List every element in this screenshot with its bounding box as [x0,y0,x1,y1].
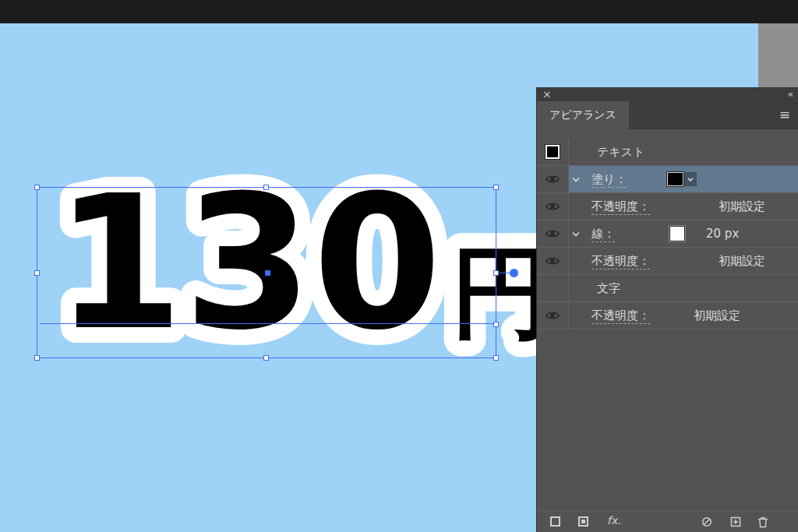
appearance-row-stroke-opacity[interactable]: 不透明度： 初期設定 [537,248,798,275]
selection-handle-bottom-middle[interactable] [263,355,269,361]
chevron-down-icon [687,178,694,181]
stroke-color-swatch[interactable] [669,226,685,241]
panel-menu-icon[interactable]: ≡ [779,107,790,122]
appearance-row-fill[interactable]: 塗り： [537,166,798,193]
appearance-row-text-object[interactable]: テキスト [537,139,798,166]
selection-handle-top-middle[interactable] [263,185,269,190]
stroke-label[interactable]: 線： [591,227,615,242]
stroke-weight-value: 20 px [706,227,739,241]
opacity-value: 初期設定 [719,254,765,269]
opacity-label[interactable]: 不透明度： [591,199,650,215]
tab-appearance[interactable]: アピアランス [537,101,629,129]
selection-handle-baseline-right[interactable] [493,322,499,327]
visibility-cell [537,193,569,220]
visibility-cell [537,248,569,274]
selection-center-anchor[interactable] [265,270,270,276]
fill-color-swatch[interactable] [667,172,683,186]
selection-handle-left-middle[interactable] [34,270,40,276]
eye-icon[interactable] [546,202,560,211]
chevron-down-icon[interactable] [572,177,580,182]
eye-icon[interactable] [546,229,560,238]
selection-handle-bottom-left[interactable] [34,355,40,361]
close-icon[interactable]: × [542,89,552,100]
clear-appearance-icon[interactable] [701,516,712,527]
opacity-value: 初期設定 [719,199,765,214]
selection-handle-right-middle[interactable] [493,270,499,276]
visibility-cell [537,302,569,329]
text-object-thumbnail [546,145,560,159]
delete-item-icon[interactable] [757,516,768,528]
fill-color-control[interactable] [667,172,697,186]
appearance-panel: × « アピアランス ≡ テキスト 塗り： [536,87,798,532]
panel-tab-bar: アピアランス ≡ [537,101,798,129]
fill-label[interactable]: 塗り： [591,172,627,188]
opacity-value: 初期設定 [694,308,740,323]
duplicate-item-icon[interactable] [730,516,741,527]
appearance-row-fill-opacity[interactable]: 不透明度： 初期設定 [537,193,798,220]
pasteboard-area [758,23,798,87]
chevron-down-icon[interactable] [572,231,580,237]
panel-footer: fx. [537,510,798,532]
visibility-cell [537,166,569,192]
visibility-cell [537,275,569,301]
selection-handle-bottom-right[interactable] [493,355,499,361]
thumbnail-cell [537,139,569,165]
panel-header: × « [537,87,798,101]
appearance-row-object-opacity[interactable]: 不透明度： 初期設定 [537,302,798,329]
appearance-row-characters[interactable]: 文字 [537,275,798,302]
menu-bar [0,0,798,23]
text-baseline-path [40,323,496,324]
eye-icon[interactable] [546,256,560,266]
text-out-port[interactable] [510,269,518,277]
appearance-rows: テキスト 塗り： [537,139,798,329]
add-new-fill-icon[interactable] [578,516,588,527]
visibility-cell [537,220,569,247]
add-new-stroke-icon[interactable] [550,516,560,527]
collapse-panel-icon[interactable]: « [788,90,793,99]
selection-handle-top-right[interactable] [493,185,499,190]
eye-icon[interactable] [546,311,560,320]
opacity-label[interactable]: 不透明度： [591,308,650,324]
fill-swatch-dropdown[interactable] [683,172,697,186]
eye-icon[interactable] [546,174,560,184]
appearance-row-stroke[interactable]: 線： 20 px [537,220,798,248]
add-effect-icon[interactable]: fx. [607,514,621,527]
row-label: テキスト [597,145,644,160]
opacity-label[interactable]: 不透明度： [591,254,650,270]
selection-handle-top-left[interactable] [34,185,40,190]
row-label: 文字 [597,281,620,296]
